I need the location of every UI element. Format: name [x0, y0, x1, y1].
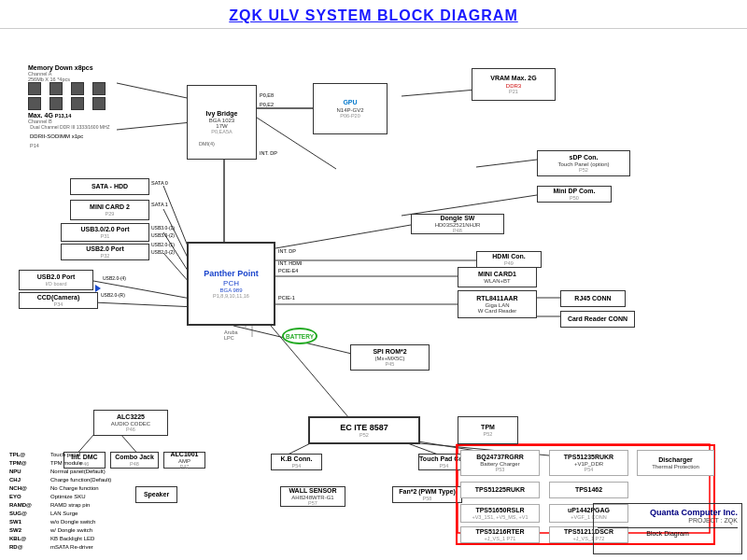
- legend-chj-key: CHJ: [9, 476, 47, 484]
- sdp-con-block: sDP Con. Touch Panel (option) P52: [537, 150, 630, 176]
- legend-tpm-key: TPM@: [9, 459, 47, 468]
- legend-nch-key: NCH@: [9, 484, 47, 493]
- alc-ref: P47: [180, 464, 190, 469]
- fan-ref: P58: [423, 496, 432, 501]
- legend-ramd-val: RAMD strap pin: [50, 501, 90, 510]
- usb20-1-label: USB2.0-(1): [151, 242, 175, 247]
- discharger-title: Discharger: [658, 456, 693, 464]
- dongle-title: Dongle SW: [441, 215, 475, 222]
- svg-line-0: [117, 83, 191, 99]
- panther-title: Panther Point: [204, 269, 259, 279]
- legend-ramd: RAMD@ RAMD strap pin: [9, 501, 159, 510]
- int-dp-pch-label: INT. DP: [278, 248, 296, 254]
- bq-title: BQ24737RGRR: [476, 454, 524, 461]
- kb-ref: P54: [292, 463, 302, 469]
- fan-block: Fan*2 (PWM Type) P58: [392, 486, 462, 503]
- svg-line-15: [476, 160, 537, 167]
- memory-chips: [28, 82, 112, 110]
- bq-ref: P53: [496, 467, 505, 472]
- int-hdmi-label: INT. HDMI: [278, 260, 302, 266]
- ec-ref: P52: [359, 432, 369, 438]
- thermal-title: Thermal Protection: [652, 464, 699, 469]
- legend-tpl-key: TPL@: [9, 451, 47, 459]
- legend-chj: CHJ Charge function(Default): [9, 476, 159, 484]
- tps2-block: TPS51225RUKR: [460, 482, 540, 498]
- mini-card2-block: MINI CARD 2 P29: [70, 200, 149, 220]
- legend-kbl: KBL@ KB Backlight LED: [9, 535, 159, 543]
- mem-chip-6: [49, 97, 63, 110]
- audio-ref: P46: [126, 427, 135, 432]
- panther-sub: PCH: [223, 279, 239, 287]
- spi-ref: P45: [386, 361, 395, 367]
- memory-block: Memory Down x8pcs Channel A 256Mb X 16 *…: [28, 64, 112, 130]
- card-reader-title: Card Reader CONN: [568, 315, 627, 323]
- legend-eyo: EYO Optimize SKU: [9, 493, 159, 501]
- tps4-block: TPS51650RSLR +V3_1S1, +V5_MS, +V1: [460, 504, 540, 523]
- alc-title: ALC1001: [171, 451, 199, 458]
- mini-card1-sub: WLAN+BT: [484, 278, 511, 284]
- main-container: ZQK ULV SYSTEM BLOCK DIAGRAM: [0, 0, 747, 560]
- mem-chip-3: [71, 82, 84, 95]
- legend-eyo-val: Optimize SKU: [50, 493, 86, 501]
- vram-title: VRAM Max. 2G: [490, 75, 536, 82]
- legend-ramd-key: RAMD@: [9, 501, 47, 510]
- usb20-4-label: USB2.0-(4): [103, 275, 126, 281]
- legend-npu-key: NPU: [9, 468, 47, 476]
- sata-hdd-block: SATA - HDD: [70, 178, 149, 195]
- ivy-bridge-ref: P0,EA5A: [211, 129, 232, 134]
- audio-block: ALC3225 AUDIO CODEC P46: [93, 410, 168, 436]
- legend-rd-val: mSATA Re-driver: [50, 543, 93, 552]
- ec-block: EC ITE 8587 P52: [308, 416, 420, 444]
- rj45-title: RJ45 CONN: [574, 295, 611, 302]
- dongle-sw-block: Dongle SW HD03S2521NHJR P48: [411, 214, 504, 234]
- sodimm-ref: P14: [30, 143, 39, 148]
- usb3-port-block: USB3.0/2.0 Port P31: [61, 223, 149, 242]
- touch-pad-ref: P54: [440, 463, 449, 469]
- usb30-2-label: USB3.0-(2): [151, 232, 175, 238]
- spi-title: SPI ROM*2: [373, 348, 406, 356]
- discharger-block: Discharger Thermal Protection: [637, 450, 714, 476]
- diagram-content: Memory Down x8pcs Channel A 256Mb X 16 *…: [0, 29, 747, 556]
- usb2-port-block: USB2.0 Port P32: [61, 244, 149, 260]
- sata0-label: SATA 0: [151, 180, 168, 186]
- gpu-ref: P06-P20: [340, 113, 359, 119]
- legend-chj-val: Charge function(Default): [50, 476, 111, 484]
- usb2-io-block: USB2.0 Port I/O board: [19, 270, 93, 290]
- sata-hdd-title: SATA - HDD: [92, 183, 128, 190]
- tps6-title: TPS51216RTER: [475, 528, 524, 536]
- tps6-block: TPS51216RTER +J_VS_1 P71: [460, 526, 540, 543]
- legend-kbl-key: KBL@: [9, 535, 47, 543]
- legend-kbl-val: KB Backlight LED: [50, 535, 94, 543]
- svg-line-14: [402, 195, 537, 216]
- channel-b-spec: Dual Channel DDR III 1333/1600 MHZ: [28, 124, 112, 130]
- panther-ref: P1,8,9,10,11,16: [213, 293, 249, 299]
- mini-dp-title: Mini DP Com.: [554, 188, 596, 195]
- battery-oval: BATTERY: [282, 328, 317, 344]
- panther-point-block: Panther Point PCH BGA 989 P1,8,9,10,11,1…: [187, 242, 275, 326]
- svg-line-12: [275, 225, 411, 248]
- legend-nch: NCH@ No Charge function: [9, 484, 159, 493]
- max-memory-label: Max. 4G P13,14: [28, 112, 112, 119]
- legend-sw1: SW1 w/o Dongle switch: [9, 518, 159, 526]
- dmi-label: DMI(4): [199, 141, 215, 147]
- legend-nch-val: No Charge function: [50, 484, 99, 493]
- diagram-title: ZQK ULV SYSTEM BLOCK DIAGRAM: [229, 7, 517, 23]
- legend-sug-key: SUG@: [9, 510, 47, 518]
- legend-sw2-key: SW2: [9, 526, 47, 535]
- legend-tpm: TPM@ TPM module: [9, 459, 159, 468]
- mem-chip-7: [71, 97, 84, 110]
- ec-title: EC ITE 8587: [340, 423, 388, 433]
- legend-tpl-val: Touch panel: [50, 451, 80, 459]
- legend-sw2: SW2 w/ Dongle switch: [9, 526, 159, 535]
- tps1-block: TPS51235RUKR +V1P_DDR P54: [549, 450, 628, 476]
- sdp-title: sDP Con.: [570, 154, 599, 161]
- legend-box: TPL@ Touch panel TPM@ TPM module NPU Nor…: [9, 451, 159, 552]
- kb-title: K.B Conn.: [281, 455, 313, 463]
- legend-rd-key: RD@: [9, 543, 47, 552]
- ccd-title: CCD(Camera): [37, 294, 80, 301]
- quanta-box: Quanta Computer Inc. PROJECT : ZQK Block…: [593, 503, 742, 554]
- mini-card1-block: MINI CARD1 WLAN+BT: [458, 267, 537, 287]
- alc1001-block: ALC1001 AMP P47: [163, 452, 205, 469]
- card-reader-block: Card Reader CONN: [560, 311, 635, 328]
- svg-line-3: [402, 90, 476, 96]
